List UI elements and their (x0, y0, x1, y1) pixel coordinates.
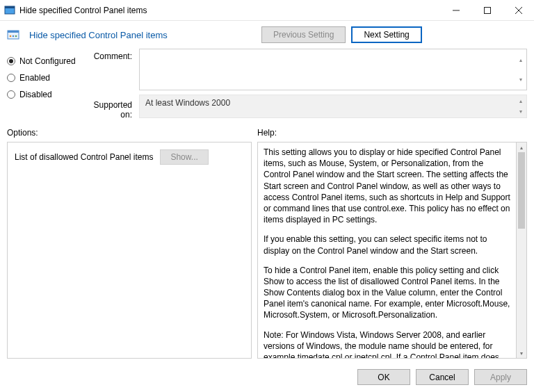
chevron-up-icon[interactable]: ▴ (516, 50, 526, 70)
radio-dot-icon (7, 90, 15, 99)
radio-enabled[interactable]: Enabled (7, 70, 89, 86)
radio-label: Disabled (19, 90, 52, 99)
setting-header: Hide specified Control Panel items Previ… (0, 21, 534, 49)
svg-point-9 (13, 35, 15, 38)
radio-disabled[interactable]: Disabled (7, 86, 89, 103)
help-pane: This setting allows you to display or hi… (257, 142, 517, 359)
help-paragraph: Note: For Windows Vista, Windows Server … (264, 329, 510, 359)
supported-label: Supported on: (89, 95, 139, 120)
app-icon (4, 5, 15, 16)
state-radio-group: Not Configured Enabled Disabled (7, 49, 89, 120)
maximize-button[interactable] (471, 0, 503, 21)
chevron-up-icon[interactable]: ▴ (516, 96, 526, 106)
show-button[interactable]: Show... (160, 149, 208, 165)
previous-setting-button[interactable]: Previous Setting (261, 26, 346, 43)
comment-input[interactable]: ▴ ▾ (139, 49, 527, 90)
dialog-footer: OK Cancel Apply (357, 365, 527, 389)
close-button[interactable] (503, 0, 534, 21)
help-paragraph: To hide a Control Panel item, enable thi… (264, 265, 510, 321)
scroll-down-icon[interactable]: ▾ (517, 348, 526, 358)
svg-point-8 (10, 35, 12, 38)
next-setting-button[interactable]: Next Setting (351, 26, 421, 43)
window-title: Hide specified Control Panel items (19, 6, 440, 15)
help-label: Help: (257, 128, 527, 138)
disallowed-list-label: List of disallowed Control Panel items (15, 152, 153, 162)
options-pane: List of disallowed Control Panel items S… (7, 142, 252, 359)
svg-rect-7 (8, 31, 19, 33)
radio-not-configured[interactable]: Not Configured (7, 53, 89, 70)
svg-point-10 (15, 35, 17, 38)
setting-title: Hide specified Control Panel items (29, 30, 252, 40)
options-label: Options: (7, 128, 257, 138)
cancel-button[interactable]: Cancel (416, 369, 469, 385)
radio-dot-icon (7, 57, 15, 65)
minimize-button[interactable] (440, 0, 471, 21)
apply-button[interactable]: Apply (474, 369, 527, 385)
chevron-down-icon[interactable]: ▾ (516, 106, 526, 117)
svg-rect-3 (484, 7, 490, 13)
supported-value: At least Windows 2000 (145, 98, 230, 108)
comment-label: Comment: (89, 49, 139, 90)
chevron-down-icon[interactable]: ▾ (516, 70, 526, 89)
help-paragraph: If you enable this setting, you can sele… (264, 234, 510, 256)
svg-rect-1 (5, 6, 15, 8)
help-scrollbar[interactable]: ▴ ▾ (517, 142, 527, 359)
radio-label: Enabled (19, 73, 50, 83)
scroll-thumb[interactable] (518, 152, 525, 229)
supported-on-field: At least Windows 2000 ▴ ▾ (139, 95, 527, 118)
ok-button[interactable]: OK (357, 369, 410, 385)
radio-dot-icon (7, 74, 15, 82)
radio-label: Not Configured (19, 56, 76, 66)
scroll-up-icon[interactable]: ▴ (517, 142, 526, 152)
setting-icon (7, 28, 19, 41)
titlebar: Hide specified Control Panel items (0, 0, 534, 21)
help-paragraph: This setting allows you to display or hi… (264, 147, 510, 225)
window-controls (440, 0, 534, 21)
